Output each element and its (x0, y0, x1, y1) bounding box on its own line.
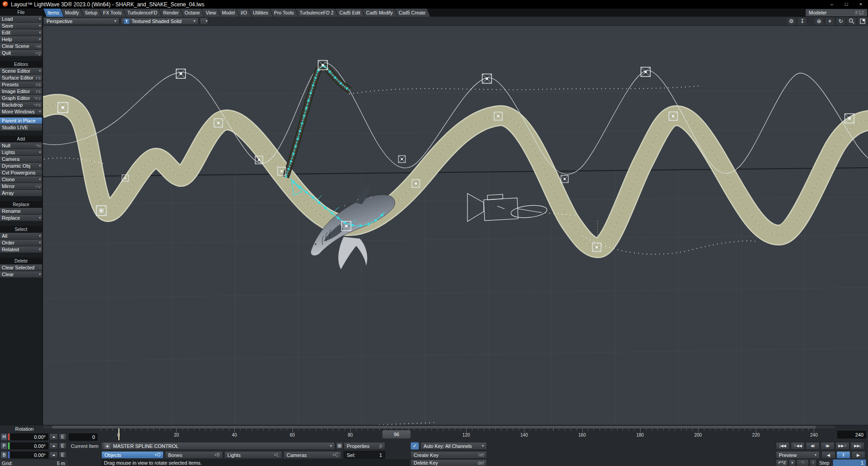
sidebar-item[interactable]: Order▾ (0, 240, 42, 246)
center-view-icon[interactable]: ⊕ (815, 18, 823, 25)
nudge-button[interactable]: ◂▸ (49, 442, 58, 449)
nudge-button[interactable]: ◂▸ (49, 433, 58, 440)
menu-tab[interactable]: Items (43, 9, 64, 17)
redo-button[interactable]: ↷ (797, 459, 809, 466)
auto-key-checkbox[interactable]: ✓ (410, 442, 419, 450)
sidebar-item[interactable]: Rename (0, 208, 42, 215)
null-handle[interactable] (561, 175, 568, 183)
item-type-tab[interactable]: Lights +L (224, 451, 282, 459)
sidebar-item[interactable]: Graph Editor^F2 (0, 95, 42, 102)
sidebar-item[interactable]: More Windows▾ (0, 108, 42, 115)
sidebar-item[interactable]: Load▾ (0, 16, 42, 23)
import-icon[interactable]: ↧ (798, 18, 807, 25)
sidebar-item[interactable]: Clear Scene+N (0, 43, 42, 50)
previous-key-button[interactable]: ♀◀◀ (791, 442, 805, 450)
step-field[interactable]: 1 (833, 459, 866, 466)
sidebar-item[interactable]: Lights▾ (0, 149, 42, 156)
sidebar-item[interactable]: All▾ (0, 233, 42, 240)
sidebar-item[interactable]: Related▾ (0, 246, 42, 253)
menu-tab[interactable]: Cad5 Create (395, 9, 430, 17)
item-type-tab[interactable]: Bones +B (165, 451, 223, 459)
menu-tab[interactable]: Pro Tools (270, 9, 298, 17)
menu-tab[interactable]: Setup (81, 9, 102, 17)
properties-button[interactable]: Properties p (344, 442, 385, 450)
end-frame-field[interactable]: 240 (837, 431, 866, 438)
menu-tab[interactable]: Modify (61, 9, 84, 17)
auto-key-dropdown[interactable]: Auto Key: All Channels ▾ (420, 442, 487, 450)
sidebar-item[interactable]: Studio LIVE (0, 124, 42, 131)
item-type-tab[interactable]: Cameras +C (283, 451, 341, 459)
go-to-start-button[interactable]: |◀◀ (776, 442, 790, 450)
previous-frame-button[interactable]: ◀‖ (806, 442, 820, 450)
sidebar-item[interactable]: Array (0, 190, 42, 197)
sidebar-item[interactable]: Clone▾ (0, 176, 42, 183)
viewport-canvas[interactable] (43, 26, 868, 425)
nudge-button[interactable]: ◂▸ (49, 452, 58, 458)
menu-tab[interactable]: Model (218, 9, 240, 17)
view-mode-dropdown[interactable]: Perspective ▾ (43, 18, 119, 25)
zoom-view-icon[interactable] (847, 18, 856, 25)
settings-gear-icon[interactable]: ⚙ (787, 18, 796, 25)
channel-value-field[interactable]: 0.00° (10, 433, 48, 440)
shading-mode-dropdown[interactable]: T Textured Shaded Solid ▾ (121, 18, 198, 25)
sidebar-item[interactable]: Parent in Place (0, 118, 42, 124)
sidebar-item[interactable]: Surface EditorF5 (0, 75, 42, 81)
sidebar-item[interactable]: Replace▾ (0, 215, 42, 221)
sidebar-item[interactable]: Mirror+V (0, 183, 42, 190)
sidebar-item[interactable]: PresetsF8 (0, 81, 42, 88)
null-handle[interactable] (398, 155, 405, 162)
menu-tab[interactable]: Cad5 Edit (335, 9, 365, 17)
timeline-playhead[interactable] (118, 428, 119, 440)
null-handle[interactable] (641, 67, 651, 77)
modeler-button[interactable]: Modeler F12 (806, 9, 867, 16)
timeline-frame-handle[interactable]: 96 (382, 430, 411, 439)
envelope-button[interactable]: E (59, 433, 66, 440)
current-item-dropdown[interactable]: + MASTER SPLINE CONTROL ▾ (101, 442, 335, 450)
shading-options-dropdown[interactable]: ▾ (200, 18, 208, 25)
undo-button[interactable]: ↶^Z (776, 459, 788, 466)
sidebar-item[interactable]: Backdrop^F5 (0, 102, 42, 108)
go-to-end-button[interactable]: ▶▶| (850, 442, 864, 450)
menu-tab[interactable]: I/O (236, 9, 251, 17)
menu-tab[interactable]: Cad5 Modify (362, 9, 397, 17)
play-forward-button[interactable]: ▶ (851, 451, 865, 459)
menu-tab[interactable]: TurbulenceFD (123, 9, 162, 17)
maximize-button[interactable]: □ (839, 0, 854, 9)
sidebar-item[interactable]: Image EditorF6 (0, 88, 42, 95)
undo-options-button[interactable]: ▾ (789, 459, 796, 466)
menu-tab[interactable]: TurbulenceFD 2 (296, 9, 338, 17)
preview-dropdown[interactable]: Preview ▾ (776, 451, 820, 459)
sidebar-item[interactable]: Cvt Powergons (0, 169, 42, 176)
pan-view-icon[interactable]: + (826, 18, 834, 25)
sidebar-item[interactable]: Scene Editor▾ (0, 68, 42, 75)
menu-tab[interactable]: Utilities (249, 9, 273, 17)
timeline-ruler[interactable]: 020406080120140160180200220240 96 (99, 428, 836, 440)
camera-wireframe[interactable] (467, 193, 547, 221)
snake-object[interactable] (286, 66, 350, 177)
create-key-button[interactable]: Create Key ret (410, 451, 487, 459)
menu-tab[interactable]: Octane (180, 9, 204, 17)
current-frame-field[interactable]: 0 (69, 433, 98, 441)
sidebar-item[interactable]: Quit+Q (0, 50, 42, 56)
pause-button[interactable]: ‖ (836, 451, 850, 459)
play-reverse-button[interactable]: ◀ (821, 451, 835, 459)
rotate-view-icon[interactable]: ↻ (836, 18, 845, 25)
close-button[interactable]: × (854, 0, 868, 9)
menu-tab[interactable]: Render (159, 9, 183, 17)
sidebar-item[interactable]: Help▾ (0, 36, 42, 43)
null-handle[interactable] (176, 69, 186, 79)
master-spline-band[interactable] (43, 104, 868, 248)
channel-value-field[interactable]: 0.00° (10, 452, 48, 458)
sidebar-item[interactable]: Edit▾ (0, 29, 42, 36)
sidebar-item[interactable]: Null^N (0, 142, 42, 149)
envelope-button[interactable]: E (59, 452, 66, 458)
menu-tab[interactable]: FX Tools (99, 9, 126, 17)
sidebar-item[interactable]: Clear▾ (0, 271, 42, 278)
channel-value-field[interactable]: 0.00° (10, 442, 48, 449)
maximize-pane-icon[interactable] (858, 18, 867, 25)
sidebar-item[interactable]: Camera (0, 156, 42, 163)
delete-key-button[interactable]: Delete Key del (410, 459, 487, 466)
next-frame-button[interactable]: ‖▶ (821, 442, 835, 450)
sidebar-item[interactable]: Save▾ (0, 23, 42, 29)
sidebar-item[interactable]: Clear Selected- (0, 264, 42, 271)
